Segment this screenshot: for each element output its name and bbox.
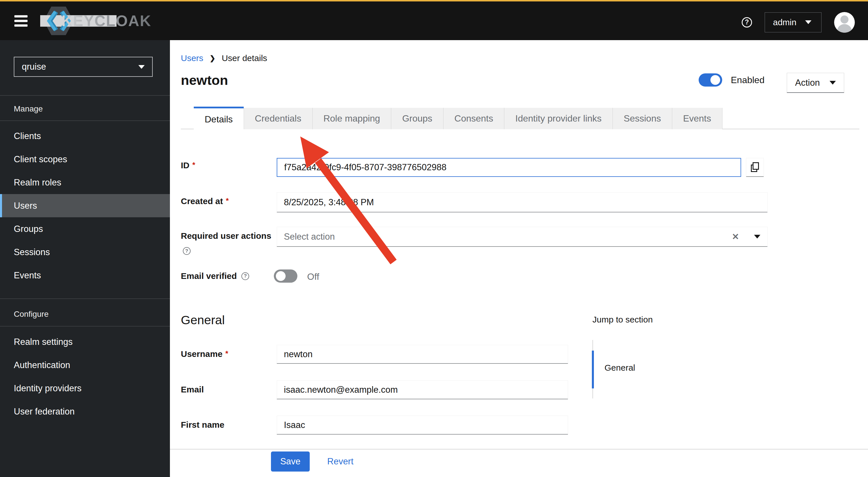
tab-sessions[interactable]: Sessions [613,108,672,129]
breadcrumb-current: User details [222,53,267,63]
enabled-row: Enabled [699,73,764,87]
brand-text: KEYCLOAK [61,12,151,30]
tab-role-mapping[interactable]: Role mapping [312,108,391,129]
revert-link[interactable]: Revert [327,451,353,472]
help-icon[interactable]: ? [241,272,249,280]
email-verified-label: Email verified ? [181,271,249,281]
divider [170,449,868,449]
required-marker: * [225,349,228,358]
sidebar-item-events[interactable]: Events [0,264,170,287]
general-section-title: General [181,313,225,327]
email-label: Email [181,385,204,395]
tab-identity-provider-links[interactable]: Identity provider links [504,108,613,129]
copy-icon [751,162,759,172]
page-title: newton [181,72,228,88]
sidebar-item-user-federation[interactable]: User federation [0,400,170,423]
divider [0,326,170,327]
copy-button[interactable] [746,158,764,177]
email-verified-toggle[interactable] [274,269,298,283]
sidebar-item-realm-settings[interactable]: Realm settings [0,330,170,353]
required-user-actions-label: Required user actions [181,231,271,241]
action-dropdown-label: Action [795,78,820,88]
avatar[interactable] [834,12,855,33]
tab-groups[interactable]: Groups [391,108,443,129]
save-button[interactable]: Save [271,451,310,472]
chevron-down-icon [830,81,836,84]
nav-section-manage: Manage [14,104,43,113]
nav-section-configure: Configure [14,310,49,319]
divider [0,95,170,96]
tab-events[interactable]: Events [672,108,722,129]
help-icon[interactable]: ? [183,247,191,255]
help-icon[interactable]: ? [742,17,752,28]
chevron-right-icon: ❯ [210,54,215,62]
sidebar-item-authentication[interactable]: Authentication [0,353,170,377]
divider [0,121,170,121]
tab-consents[interactable]: Consents [443,108,504,129]
breadcrumb-users-link[interactable]: Users [181,53,203,63]
tab-credentials[interactable]: Credentials [244,108,312,129]
jump-to-section-title: Jump to section [592,315,653,325]
keycloak-logo: KEYCLOAK [43,7,151,35]
created-at-input[interactable] [277,192,768,212]
enabled-label: Enabled [731,75,764,86]
chevron-down-icon [138,65,145,69]
email-input[interactable] [277,380,568,399]
sidebar-item-realm-roles[interactable]: Realm roles [0,171,170,194]
user-menu-label: admin [773,18,797,27]
required-marker: * [192,161,195,169]
email-verified-state: Off [307,271,319,282]
sidebar: qruise Manage Clients Client scopes Real… [0,40,170,477]
tab-details[interactable]: Details [194,107,244,130]
main-content: Users ❯ User details newton Enabled Acti… [170,40,868,477]
divider [0,298,170,299]
id-label: ID* [181,161,195,170]
username-label: Username* [181,349,228,359]
sidebar-item-clients[interactable]: Clients [0,125,170,148]
action-dropdown[interactable]: Action [787,73,844,93]
user-menu-dropdown[interactable]: admin [765,12,822,32]
enabled-toggle[interactable] [699,73,722,87]
created-at-label: Created at* [181,196,229,206]
jump-nav-active-indicator [592,350,594,388]
realm-selector-value: qruise [22,62,46,72]
clear-selection-icon[interactable]: ✕ [732,232,739,242]
chevron-down-icon [805,20,811,24]
sidebar-item-groups[interactable]: Groups [0,217,170,240]
chevron-down-icon[interactable] [754,235,761,238]
tab-bar: Details Credentials Role mapping Groups … [181,108,859,129]
id-input[interactable] [277,158,741,177]
sidebar-item-sessions[interactable]: Sessions [0,240,170,264]
keycloak-admin-console: KEYCLOAK ? admin qruise Manage Clients C… [0,0,868,477]
realm-selector[interactable]: qruise [14,57,153,77]
first-name-input[interactable] [277,416,568,435]
required-user-actions-select[interactable]: Select action ✕ [277,227,768,247]
jump-item-general[interactable]: General [604,363,635,373]
select-placeholder: Select action [284,232,732,242]
required-marker: * [226,196,229,205]
first-name-label: First name [181,420,224,430]
username-input[interactable] [277,345,568,364]
masthead: KEYCLOAK ? admin [0,0,868,40]
sidebar-item-users[interactable]: Users [0,194,170,217]
sidebar-item-client-scopes[interactable]: Client scopes [0,148,170,171]
sidebar-item-identity-providers[interactable]: Identity providers [0,377,170,400]
masthead-right: ? admin [742,3,855,41]
hamburger-menu-icon[interactable] [14,15,28,27]
breadcrumb: Users ❯ User details [181,53,267,63]
